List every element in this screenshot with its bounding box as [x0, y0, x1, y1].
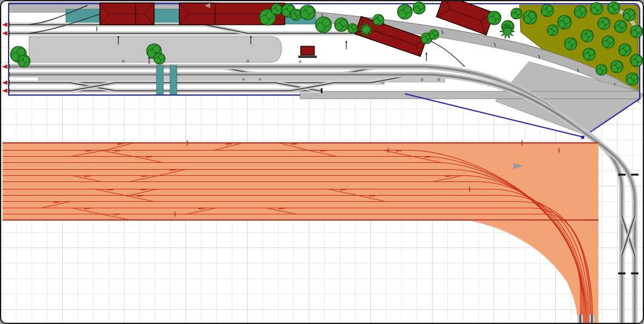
- yard-label-mark: [141, 176, 147, 177]
- tree[interactable]: [300, 5, 315, 20]
- tree[interactable]: [630, 25, 643, 38]
- tree-crown-lobe: [600, 65, 606, 71]
- tree[interactable]: [18, 55, 30, 67]
- tree-crown-lobe: [529, 12, 536, 19]
- yard-label-mark: [369, 196, 375, 196]
- yard-label-mark: [279, 208, 285, 209]
- yard-label-mark: [198, 208, 205, 209]
- building-0[interactable]: [100, 3, 154, 25]
- tree[interactable]: [619, 44, 631, 56]
- roadway-strip[interactable]: [300, 91, 640, 99]
- tree-crown-lobe: [628, 10, 634, 16]
- tree[interactable]: [583, 48, 595, 60]
- yard-label-mark: [340, 189, 346, 190]
- tree-crown-lobe: [493, 12, 500, 19]
- lamp-head: [250, 36, 252, 38]
- tree-crown-lobe: [340, 19, 347, 26]
- teal-post[interactable]: [170, 65, 177, 94]
- tree-crown-lobe: [619, 22, 626, 28]
- tree-crown-lobe: [418, 3, 424, 9]
- yard-label-mark: [86, 151, 92, 151]
- tree[interactable]: [596, 64, 607, 75]
- building-4[interactable]: [301, 46, 314, 55]
- tree-crown-lobe: [153, 46, 160, 53]
- tree[interactable]: [547, 25, 558, 36]
- tree[interactable]: [316, 17, 332, 33]
- yard-label-mark: [170, 170, 176, 170]
- tree-crown-lobe: [546, 6, 552, 12]
- yard-label-mark: [320, 151, 327, 151]
- tree-crown-lobe: [563, 17, 570, 23]
- tree[interactable]: [614, 20, 627, 33]
- tree[interactable]: [523, 10, 537, 24]
- yard-label-mark: [137, 196, 143, 196]
- yard-label-mark: [291, 144, 297, 144]
- tree[interactable]: [511, 8, 522, 19]
- track-link-arrow-icon[interactable]: [2, 23, 7, 27]
- yard-label-mark: [54, 202, 60, 202]
- tree[interactable]: [574, 6, 587, 18]
- track-link-arrow-icon[interactable]: [2, 31, 7, 36]
- tree-crown-lobe: [569, 39, 576, 45]
- tree-crown-lobe: [603, 19, 609, 25]
- tree[interactable]: [271, 4, 282, 15]
- tree[interactable]: [348, 23, 357, 33]
- tree-crown-lobe: [515, 9, 521, 15]
- tree-crown-lobe: [295, 10, 300, 16]
- lamp-head: [118, 36, 120, 38]
- tree-crown-lobe: [624, 45, 630, 51]
- tree[interactable]: [602, 36, 614, 48]
- building-base: [298, 56, 317, 58]
- tree-crown-lobe: [616, 62, 622, 68]
- tree-crown-lobe: [507, 22, 513, 28]
- tree[interactable]: [598, 17, 610, 30]
- tree[interactable]: [630, 54, 643, 67]
- yard-label-mark: [84, 208, 91, 209]
- track-link-arrow-icon[interactable]: [2, 89, 7, 93]
- tree[interactable]: [608, 2, 620, 14]
- yard-label-mark: [84, 176, 91, 177]
- tree-crown-lobe: [433, 31, 438, 36]
- track-plan-canvas[interactable]: [0, 0, 644, 324]
- tree[interactable]: [581, 30, 593, 42]
- teal-post[interactable]: [157, 65, 163, 94]
- tree[interactable]: [290, 9, 301, 20]
- yard-label-mark: [117, 144, 123, 144]
- yard-label-mark: [146, 157, 152, 157]
- tree[interactable]: [565, 38, 577, 50]
- tree-crown-lobe: [588, 49, 594, 56]
- tree-crown-lobe: [23, 56, 29, 62]
- tree[interactable]: [558, 15, 571, 29]
- track-link-arrow-icon[interactable]: [2, 65, 7, 69]
- tree[interactable]: [626, 73, 638, 85]
- tree[interactable]: [541, 4, 553, 17]
- tree-crown-lobe: [635, 27, 642, 33]
- tree[interactable]: [487, 11, 501, 25]
- tree-crown-lobe: [586, 31, 592, 37]
- tree[interactable]: [429, 30, 439, 39]
- tree[interactable]: [154, 53, 165, 64]
- tree-crown-lobe: [631, 74, 637, 80]
- lamp-head: [346, 41, 348, 43]
- tree-crown-lobe: [595, 4, 601, 10]
- yard-label-mark: [141, 189, 147, 190]
- tree-crown-lobe: [377, 15, 383, 21]
- tree-crown-lobe: [613, 3, 619, 9]
- tree[interactable]: [335, 18, 348, 31]
- yard-label-mark: [113, 214, 120, 215]
- yard-label-mark: [107, 189, 113, 190]
- tree[interactable]: [373, 14, 384, 25]
- tree[interactable]: [623, 9, 635, 21]
- building-roof: [301, 46, 314, 55]
- tree-crown-lobe: [635, 56, 642, 62]
- tree-crown-lobe: [352, 25, 357, 30]
- tree[interactable]: [397, 4, 412, 19]
- tree[interactable]: [413, 2, 425, 14]
- tree[interactable]: [590, 2, 603, 15]
- track-link-arrow-icon[interactable]: [2, 81, 7, 85]
- tree-crown-lobe: [322, 19, 330, 27]
- tree-crown-lobe: [579, 7, 585, 13]
- hidden-yard[interactable]: [2, 141, 598, 324]
- yard-label-mark: [226, 144, 232, 144]
- tree[interactable]: [611, 60, 623, 73]
